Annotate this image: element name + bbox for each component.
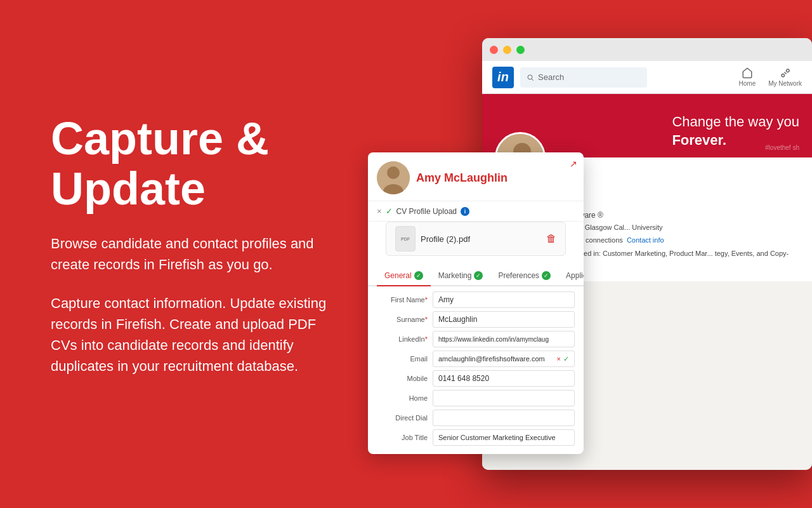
field-email: Email amclaughlin@firefishsoftware.com ×… — [377, 351, 575, 367]
edu-glasgow: G Glasgow Cal... University — [572, 222, 663, 232]
ff-candidate-name: Amy McLaughlin — [416, 171, 508, 185]
tab-general[interactable]: General ✓ — [377, 266, 431, 286]
svg-point-0 — [528, 75, 532, 79]
search-placeholder: Search — [538, 72, 564, 82]
nav-home[interactable]: Home — [739, 67, 756, 87]
firefish-popup: Amy McLaughlin ↗ × ✓ CV Profile Upload i… — [368, 152, 584, 454]
headline: Capture & Update — [51, 114, 330, 214]
tab-application[interactable]: Application ✓ — [558, 266, 584, 285]
tab-preferences-check: ✓ — [542, 271, 551, 280]
input-directdial[interactable] — [433, 410, 575, 426]
svg-point-10 — [387, 166, 400, 179]
input-home[interactable] — [433, 390, 575, 406]
linkedin-logo: in — [492, 67, 514, 88]
ff-upload-row: × ✓ CV Profile Upload i — [368, 201, 584, 222]
linkedin-hashtag: #lovethef sh — [765, 144, 799, 151]
ff-upload-label: CV Profile Upload — [396, 207, 457, 216]
status-check-icon: ✓ — [386, 206, 393, 216]
linkedin-nav: in Search Home My Network — [482, 61, 812, 94]
tab-preferences-label: Preferences — [498, 271, 539, 280]
svg-line-1 — [532, 79, 534, 81]
email-tick-icon[interactable]: ✓ — [563, 355, 569, 363]
delete-file-icon[interactable]: 🗑 — [546, 233, 556, 244]
tab-preferences[interactable]: Preferences ✓ — [490, 266, 558, 285]
ff-candidate-name-container: Amy McLaughlin — [416, 171, 508, 185]
tab-marketing[interactable]: Marketing ✓ — [431, 266, 491, 285]
nav-home-label: Home — [739, 80, 756, 87]
email-icons: × ✓ — [557, 355, 569, 363]
email-value: amclaughlin@firefishsoftware.com — [438, 355, 545, 363]
input-jobtitle[interactable] — [433, 429, 575, 446]
tab-application-label: Application — [566, 271, 584, 280]
ff-popup-header: Amy McLaughlin ↗ — [368, 152, 584, 201]
ff-tabs: General ✓ Marketing ✓ Preferences ✓ Appl… — [368, 266, 584, 286]
tab-general-label: General — [384, 271, 412, 280]
field-surname: Surname* — [377, 311, 575, 328]
input-email-container[interactable]: amclaughlin@firefishsoftware.com × ✓ — [433, 351, 575, 367]
label-directdial: Direct Dial — [377, 414, 428, 422]
linkedin-contact-info[interactable]: Contact info — [627, 236, 664, 244]
svg-point-3 — [782, 74, 785, 77]
traffic-light-green[interactable] — [516, 46, 525, 54]
status-x-icon: × — [377, 206, 382, 216]
traffic-light-red[interactable] — [490, 46, 498, 54]
label-email: Email — [377, 355, 428, 363]
traffic-light-yellow[interactable] — [503, 46, 511, 54]
field-linkedin: LinkedIn* — [377, 331, 575, 347]
main-container: Capture & Update Browse candidate and co… — [0, 0, 812, 508]
label-home: Home — [377, 394, 428, 402]
tab-general-check: ✓ — [414, 271, 423, 280]
label-jobtitle: Job Title — [377, 434, 428, 441]
label-surname: Surname* — [377, 316, 428, 323]
li-nav-right: Home My Network — [739, 67, 802, 87]
paragraph2: Capture contact information. Update exis… — [51, 293, 330, 377]
email-x-icon[interactable]: × — [557, 355, 561, 363]
ff-candidate-avatar — [377, 161, 410, 194]
ff-filename: Profile (2).pdf — [421, 234, 541, 244]
field-jobtitle: Job Title — [377, 429, 575, 446]
svg-point-2 — [786, 69, 789, 72]
field-directdial: Direct Dial — [377, 410, 575, 426]
field-mobile: Mobile — [377, 370, 575, 387]
external-link-icon[interactable]: ↗ — [570, 159, 577, 169]
label-firstname: First Name* — [377, 296, 428, 304]
info-icon[interactable]: i — [461, 207, 469, 216]
edu-glasgow-label: Glasgow Cal... University — [585, 224, 663, 231]
field-firstname: First Name* — [377, 291, 575, 308]
input-linkedin[interactable] — [433, 331, 575, 347]
linkedin-search[interactable]: Search — [520, 67, 647, 88]
field-home: Home — [377, 390, 575, 406]
ff-file-row: PDF Profile (2).pdf 🗑 — [386, 222, 566, 256]
ff-form: First Name* Surname* LinkedIn* Email — [368, 286, 584, 454]
label-linkedin: LinkedIn* — [377, 335, 428, 343]
nav-network-label: My Network — [768, 80, 802, 87]
label-mobile: Mobile — [377, 375, 428, 382]
left-content: Capture & Update Browse candidate and co… — [0, 76, 368, 432]
pdf-icon: PDF — [395, 226, 416, 251]
nav-network[interactable]: My Network — [768, 67, 802, 87]
right-content: in Search Home My Network — [368, 25, 812, 508]
tab-marketing-label: Marketing — [438, 271, 472, 280]
input-mobile[interactable] — [433, 370, 575, 387]
bg-text-line1: Change the way you — [672, 114, 799, 130]
input-firstname[interactable] — [433, 291, 575, 308]
paragraph1: Browse candidate and contact profiles an… — [51, 233, 330, 275]
input-surname[interactable] — [433, 311, 575, 328]
ff-file-container: PDF Profile (2).pdf 🗑 — [368, 222, 584, 266]
tab-marketing-check: ✓ — [474, 271, 483, 280]
browser-titlebar — [482, 38, 812, 61]
